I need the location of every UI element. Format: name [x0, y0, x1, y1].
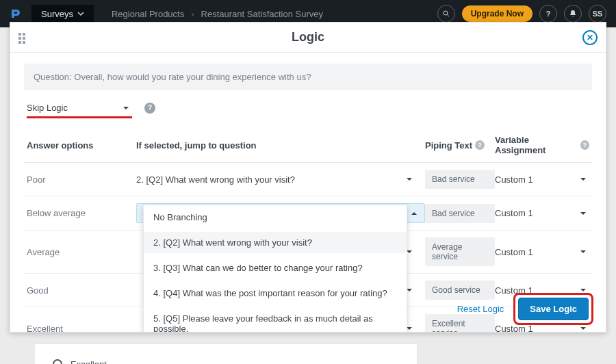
jump-value: 2. [Q2] What went wrong with your visit? — [136, 174, 295, 185]
answer-option: Below average — [27, 208, 136, 218]
logic-modal: Logic ✕ Question: Overall, how would you… — [10, 22, 606, 333]
modal-body: Question: Overall, how would you rate yo… — [10, 53, 606, 332]
surveys-tab-label: Surveys — [41, 9, 73, 19]
variable-select[interactable]: Custom 1 — [495, 247, 589, 257]
caret-down-icon — [580, 176, 587, 183]
drag-handle-icon[interactable] — [18, 33, 28, 42]
variable-value: Custom 1 — [495, 247, 533, 257]
caret-up-icon — [411, 210, 418, 217]
modal-title: Logic — [292, 30, 324, 44]
piping-chip: Bad service — [425, 204, 495, 223]
bg-option-card: Excellent — [34, 343, 418, 364]
breadcrumb: Regional Products › Restaurant Satisfact… — [112, 9, 323, 19]
dropdown-item[interactable]: 4. [Q4] What was the post important reas… — [144, 283, 407, 304]
caret-down-icon — [580, 248, 587, 255]
piping-cell[interactable]: Bad service — [425, 170, 495, 189]
surveys-tab[interactable]: Surveys — [31, 5, 94, 23]
question-text: Overall, how would you rate your dining … — [74, 72, 311, 82]
variable-select[interactable]: Custom 1 — [495, 174, 589, 185]
caret-down-icon — [123, 105, 129, 112]
avatar[interactable]: SS — [589, 5, 606, 23]
modal-footer: Reset Logic Save Logic — [457, 293, 593, 325]
jump-dropdown[interactable]: No Branching2. [Q2] What went wrong with… — [143, 205, 407, 332]
dropdown-item[interactable]: 3. [Q3] What can we do better to change … — [144, 257, 407, 278]
dropdown-item[interactable]: No Branching — [144, 205, 407, 228]
breadcrumb-item[interactable]: Regional Products — [112, 9, 184, 19]
caret-down-icon — [580, 210, 587, 217]
dropdown-item[interactable]: 2. [Q2] What went wrong with your visit? — [144, 232, 407, 253]
piping-cell[interactable]: Bad service — [425, 204, 495, 223]
question-prefix: Question: — [34, 72, 74, 82]
breadcrumb-item[interactable]: Restaurant Satisfaction Survey — [201, 9, 323, 19]
chevron-right-icon: › — [191, 9, 194, 19]
variable-value: Custom 1 — [495, 208, 533, 218]
col-pipe: Piping Text? — [425, 140, 495, 151]
help-icon[interactable]: ? — [539, 5, 557, 23]
piping-chip: Bad service — [425, 170, 495, 189]
col-jump: If selected, jump to question — [136, 140, 425, 151]
jump-select[interactable]: 2. [Q2] What went wrong with your visit? — [136, 174, 425, 185]
modal-header: Logic ✕ — [10, 23, 606, 53]
answer-option: Excellent — [27, 324, 136, 333]
bell-icon[interactable] — [564, 5, 582, 23]
help-icon[interactable]: ? — [144, 103, 155, 114]
logic-type-row: Skip Logic ? — [24, 100, 592, 116]
col-var: Variable Assignment? — [495, 135, 589, 155]
caret-down-icon — [580, 325, 587, 332]
save-highlight: Save Logic — [513, 293, 593, 325]
highlight-underline — [27, 116, 132, 118]
save-logic-button[interactable]: Save Logic — [518, 298, 589, 320]
brand-icon — [10, 8, 22, 20]
answer-option: Average — [27, 247, 136, 257]
col-answer: Answer options — [27, 140, 136, 151]
caret-down-icon — [406, 176, 413, 183]
variable-value: Custom 1 — [495, 174, 533, 185]
piping-cell[interactable]: Average service — [425, 237, 495, 266]
search-icon[interactable] — [437, 5, 455, 23]
bg-option-label: Excellent — [70, 359, 107, 365]
radio-icon[interactable] — [53, 359, 62, 364]
help-icon[interactable]: ? — [580, 140, 589, 150]
question-banner: Question: Overall, how would you rate yo… — [24, 64, 592, 90]
reset-logic-link[interactable]: Reset Logic — [457, 304, 504, 314]
table-header: Answer options If selected, jump to ques… — [24, 128, 592, 163]
svg-point-0 — [444, 11, 448, 15]
chevron-down-icon — [77, 10, 84, 17]
table-row: Poor2. [Q2] What went wrong with your vi… — [24, 163, 592, 196]
answer-option: Good — [27, 285, 136, 296]
close-button[interactable]: ✕ — [582, 30, 598, 45]
variable-select[interactable]: Custom 1 — [495, 208, 589, 218]
logic-type-label: Skip Logic — [27, 103, 68, 113]
answer-option: Poor — [27, 174, 136, 185]
upgrade-button[interactable]: Upgrade Now — [462, 5, 532, 22]
dropdown-item[interactable]: 5. [Q5] Please leave your feedback in as… — [144, 308, 407, 332]
help-icon[interactable]: ? — [475, 140, 485, 150]
logic-type-select[interactable]: Skip Logic — [27, 100, 129, 116]
piping-chip: Average service — [425, 237, 495, 266]
topbar-right: Upgrade Now ? SS — [437, 5, 606, 23]
